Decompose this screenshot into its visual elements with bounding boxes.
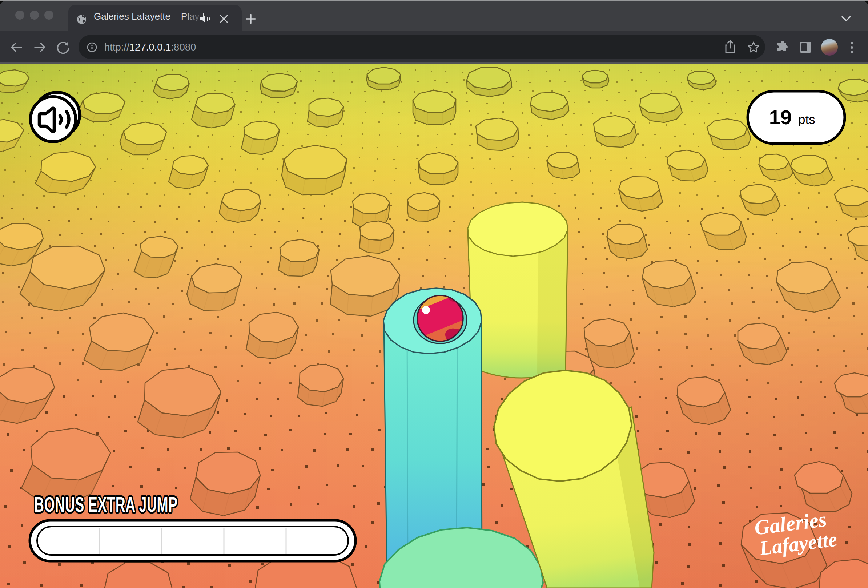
svg-text:pts: pts <box>798 112 815 127</box>
svg-text:19: 19 <box>769 106 792 129</box>
svg-text:BONUS EXTRA JUMP: BONUS EXTRA JUMP <box>34 493 178 516</box>
